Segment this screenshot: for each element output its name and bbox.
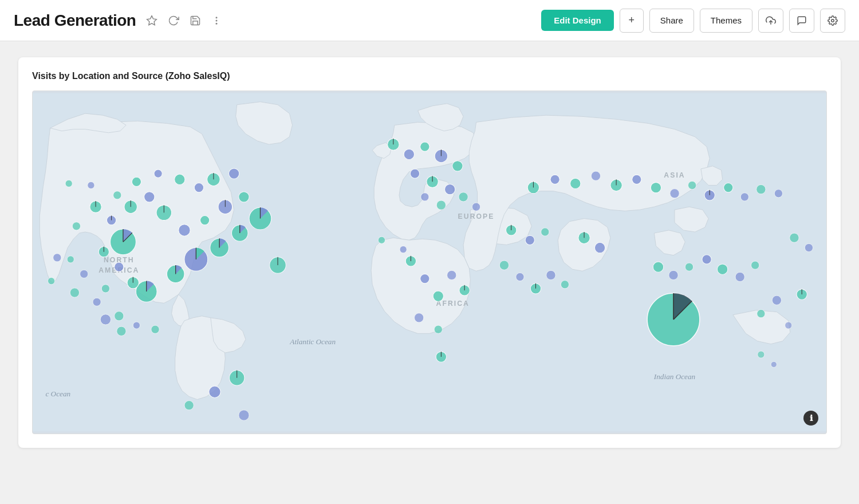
comment-button[interactable] (789, 9, 814, 33)
gear-icon (828, 15, 838, 26)
svg-point-29 (144, 192, 155, 202)
svg-point-95 (550, 175, 559, 184)
svg-point-32 (179, 225, 190, 236)
svg-point-47 (80, 270, 88, 278)
header-right: Edit Design + Share Themes (541, 9, 845, 33)
svg-point-71 (444, 184, 455, 194)
add-button[interactable]: + (620, 9, 644, 33)
more-options-button[interactable] (209, 13, 224, 28)
svg-point-116 (751, 261, 759, 269)
svg-point-113 (702, 255, 711, 264)
svg-point-101 (651, 182, 661, 192)
svg-point-48 (70, 288, 79, 297)
svg-point-38 (154, 170, 162, 178)
svg-point-141 (805, 243, 813, 251)
themes-button[interactable]: Themes (700, 9, 752, 33)
svg-point-33 (200, 215, 209, 225)
svg-point-87 (415, 313, 424, 322)
svg-point-39 (175, 174, 185, 184)
svg-point-82 (420, 274, 430, 283)
svg-point-63 (404, 149, 414, 159)
svg-point-108 (756, 184, 766, 194)
africa-label: AFRICA (436, 300, 470, 308)
svg-point-138 (53, 254, 61, 262)
svg-point-51 (133, 322, 140, 329)
svg-point-119 (594, 242, 605, 253)
svg-point-40 (194, 183, 203, 192)
svg-point-139 (48, 277, 54, 284)
info-badge[interactable]: ℹ (803, 411, 818, 426)
svg-point-111 (669, 270, 678, 279)
svg-point-135 (117, 326, 126, 336)
header-left: Lead Generation (14, 11, 224, 30)
page-title: Lead Generation (14, 11, 136, 30)
svg-point-78 (525, 235, 534, 245)
svg-point-72 (436, 200, 446, 210)
svg-point-107 (740, 193, 748, 201)
svg-point-115 (735, 272, 744, 281)
header-icons (144, 13, 224, 29)
map-container: Atlantic Ocean Indian Ocean c Ocean NORT… (32, 90, 827, 434)
svg-point-3 (216, 22, 218, 24)
share-button[interactable]: Share (649, 9, 694, 33)
svg-point-136 (101, 285, 109, 293)
svg-point-124 (516, 273, 524, 281)
svg-point-103 (688, 181, 696, 189)
svg-point-146 (785, 322, 792, 329)
svg-point-53 (113, 191, 121, 199)
asia-label: ASIA (664, 171, 685, 179)
svg-point-5 (832, 19, 834, 22)
europe-label: EUROPE (458, 212, 495, 220)
svg-point-73 (421, 193, 429, 201)
refresh-icon (168, 15, 179, 26)
svg-point-97 (591, 171, 600, 180)
svg-point-74 (459, 192, 468, 202)
svg-point-50 (115, 312, 124, 321)
svg-point-60 (239, 410, 249, 420)
more-vertical-icon (211, 15, 222, 26)
svg-point-52 (151, 325, 159, 333)
svg-point-75 (472, 203, 480, 211)
svg-point-91 (400, 246, 407, 253)
svg-point-1 (216, 17, 218, 18)
favorite-button[interactable] (144, 13, 160, 29)
svg-point-128 (561, 281, 569, 289)
save-button[interactable] (187, 13, 203, 29)
svg-point-83 (433, 291, 443, 301)
svg-point-145 (757, 310, 765, 318)
svg-point-137 (65, 180, 72, 187)
svg-point-67 (452, 161, 463, 171)
svg-point-147 (758, 351, 765, 358)
star-icon (146, 15, 157, 26)
svg-marker-0 (147, 15, 157, 25)
svg-point-68 (410, 169, 419, 178)
svg-point-100 (632, 175, 641, 184)
widget-card: Visits by Location and Source (Zoho Sale… (18, 57, 841, 448)
svg-point-79 (541, 228, 549, 236)
world-map-svg: Atlantic Ocean Indian Ocean c Ocean NORT… (33, 91, 826, 434)
svg-point-109 (774, 190, 782, 198)
svg-point-84 (447, 270, 456, 279)
svg-point-59 (184, 401, 194, 410)
settings-button[interactable] (820, 9, 845, 33)
atlantic-ocean-label: Atlantic Ocean (289, 337, 336, 346)
svg-point-96 (570, 178, 581, 188)
export-button[interactable] (758, 9, 783, 33)
svg-point-92 (378, 237, 385, 243)
comment-icon (797, 15, 807, 26)
svg-point-102 (670, 189, 679, 198)
edit-design-button[interactable]: Edit Design (541, 10, 614, 31)
svg-point-37 (132, 177, 141, 186)
svg-point-112 (685, 263, 693, 271)
svg-point-88 (434, 325, 442, 333)
upload-icon (766, 15, 776, 26)
svg-point-43 (228, 168, 239, 179)
svg-point-36 (239, 192, 249, 202)
svg-point-114 (717, 264, 727, 274)
refresh-button[interactable] (166, 13, 182, 29)
svg-point-58 (209, 386, 220, 397)
svg-point-134 (100, 314, 111, 325)
main-content: Visits by Location and Source (Zoho Sale… (0, 41, 859, 464)
widget-title: Visits by Location and Source (Zoho Sale… (32, 71, 827, 81)
svg-point-49 (93, 298, 101, 306)
